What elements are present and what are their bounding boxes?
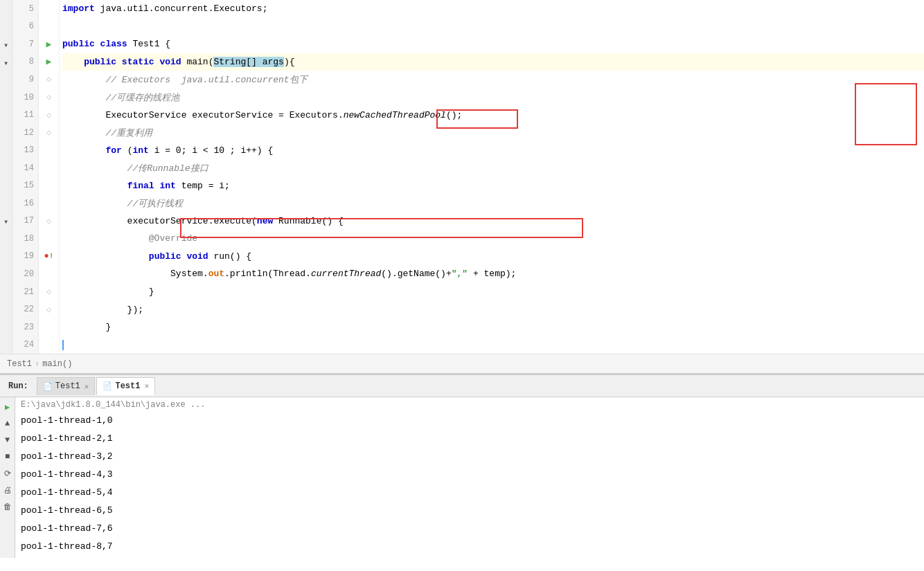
code-line-12: //重复利用: [62, 124, 924, 142]
line-num-19: 19: [24, 248, 34, 266]
diamond-22: ◇: [46, 305, 51, 315]
code-line-7: public class Test1 {: [62, 35, 924, 53]
fold-icon-16: [0, 195, 12, 212]
line-num-16: 16: [24, 194, 34, 212]
output-line-1: pool-1-thread-1,0: [21, 411, 918, 429]
line-num-14: 14: [24, 159, 34, 177]
code-line-15: final int temp = i;: [62, 176, 924, 194]
fold-icon-20: [0, 266, 12, 283]
fold-icon-6: [0, 19, 12, 36]
delete-button[interactable]: 🗑: [1, 500, 14, 514]
line-numbers: 5 6 7 8 9 10 11 12 13 14 15 16 17 18 19 …: [12, 0, 39, 354]
run-tab-2-label: Test1: [115, 381, 140, 391]
run-tab-2-icon: 📄: [103, 381, 112, 390]
fold-icon-24: [0, 336, 12, 354]
gutter-8: ▶: [39, 53, 59, 71]
code-line-18: @Override: [62, 230, 924, 248]
fold-icon-12: [0, 125, 12, 142]
line-num-6: 6: [29, 18, 34, 36]
diamond-17: ◇: [46, 216, 51, 226]
rerun-button[interactable]: ⟳: [1, 466, 14, 480]
gutter-11: ◇: [39, 106, 59, 124]
line-num-20: 20: [24, 265, 34, 283]
code-line-22: });: [62, 300, 924, 318]
fold-icon-18: [0, 230, 12, 248]
output-line-4: pool-1-thread-4,3: [21, 465, 918, 483]
breadcrumb-method: main(): [42, 359, 72, 369]
output-line-8: pool-1-thread-8,7: [21, 537, 918, 555]
code-line-14: //传Runnable接口: [62, 159, 924, 177]
code-line-5: import java.util.concurrent.Executors;: [62, 0, 924, 18]
code-line-19: public void run() {: [62, 248, 924, 266]
line-num-15: 15: [24, 176, 34, 194]
left-gutter-strip: ▾ ▾ ▾: [0, 0, 12, 354]
fold-icon-8[interactable]: ▾: [0, 54, 12, 71]
line-num-12: 12: [24, 124, 34, 142]
code-line-20: System.out.println(Thread.currentThread(…: [62, 265, 924, 283]
code-line-13: for (int i = 0; i < 10 ; i++) {: [62, 141, 924, 159]
run-tab-1[interactable]: 📄 Test1 ✕: [37, 377, 96, 395]
code-container: ▾ ▾ ▾ 5 6 7 8 9 10 11: [0, 0, 924, 354]
gutter: ▶ ▶ ◇ ◇ ◇ ◇ ◇ ● ! ◇ ◇: [39, 0, 60, 354]
line-num-10: 10: [24, 89, 34, 107]
editor-area: ▾ ▾ ▾ 5 6 7 8 9 10 11: [0, 0, 924, 374]
fold-icon-10: [0, 89, 12, 107]
output-line-2: pool-1-thread-2,1: [21, 429, 918, 447]
cursor-24: [62, 340, 64, 350]
gutter-20: [39, 265, 59, 283]
breakpoint-19[interactable]: ●: [44, 251, 49, 261]
diamond-9: ◇: [46, 74, 51, 84]
gutter-12: ◇: [39, 124, 59, 142]
stop-button[interactable]: ■: [1, 450, 14, 464]
gutter-9: ◇: [39, 71, 59, 89]
gutter-15: [39, 176, 59, 194]
output-line-3: pool-1-thread-3,2: [21, 447, 918, 465]
run-tab-2-close[interactable]: ✕: [144, 381, 149, 390]
java-exe-path: E:\java\jdk1.8.0_144\bin\java.exe ...: [21, 400, 918, 410]
code-line-16: //可执行线程: [62, 194, 924, 212]
code-content[interactable]: import java.util.concurrent.Executors; p…: [60, 0, 924, 354]
line-num-9: 9: [29, 71, 34, 89]
fold-icon-17[interactable]: ▾: [0, 212, 12, 230]
diamond-12: ◇: [46, 127, 51, 138]
output-line-5: pool-1-thread-5,4: [21, 483, 918, 501]
fold-icon-5: [0, 1, 12, 19]
run-content-area: ▶ ▲ ▼ ■ ⟳ 🖨 🗑 E:\java\jdk1.8.0_144\bin\j…: [0, 397, 924, 558]
print-button[interactable]: 🖨: [1, 483, 14, 497]
line-num-22: 22: [24, 300, 34, 318]
run-tab-1-close[interactable]: ✕: [85, 382, 89, 391]
fold-icon-21: [0, 283, 12, 300]
run-label: Run:: [3, 381, 34, 391]
line-num-21: 21: [24, 283, 34, 301]
scroll-up-button[interactable]: ▲: [1, 417, 14, 430]
gutter-16: [39, 194, 59, 212]
fold-icon-7[interactable]: ▾: [0, 37, 12, 54]
gutter-14: [39, 159, 59, 177]
code-line-24: [62, 336, 924, 354]
breadcrumb-separator: ›: [35, 359, 39, 369]
line-num-13: 13: [24, 141, 34, 159]
code-line-11: ExecutorService executorService = Execut…: [62, 106, 924, 124]
gutter-19: ● !: [39, 248, 59, 266]
code-line-6: [62, 18, 924, 36]
line-num-11: 11: [24, 106, 34, 124]
code-line-9: // Executors java.util.concurrent包下: [62, 71, 924, 89]
line-num-18: 18: [24, 230, 34, 248]
fold-icon-23: [0, 318, 12, 336]
run-tabs-bar: Run: 📄 Test1 ✕ 📄 Test1 ✕: [0, 375, 924, 397]
gutter-13: [39, 141, 59, 159]
diamond-21: ◇: [46, 287, 51, 297]
breadcrumb-bar: Test1 › main(): [0, 354, 924, 373]
play-button[interactable]: ▶: [1, 400, 14, 414]
run-tab-2[interactable]: 📄 Test1 ✕: [96, 377, 155, 395]
code-line-8: public static void main(String[] args){: [62, 53, 924, 71]
scroll-down-button[interactable]: ▼: [1, 433, 14, 447]
run-toolbar: ▶ ▲ ▼ ■ ⟳ 🖨 🗑: [0, 397, 15, 558]
fold-icon-11: [0, 107, 12, 125]
line-num-5: 5: [29, 0, 34, 18]
line-num-7: 7: [29, 35, 34, 53]
line-num-8: 8: [29, 53, 34, 71]
gutter-6: [39, 18, 59, 36]
output-line-7: pool-1-thread-7,6: [21, 519, 918, 537]
run-tab-1-icon: 📄: [43, 382, 53, 391]
